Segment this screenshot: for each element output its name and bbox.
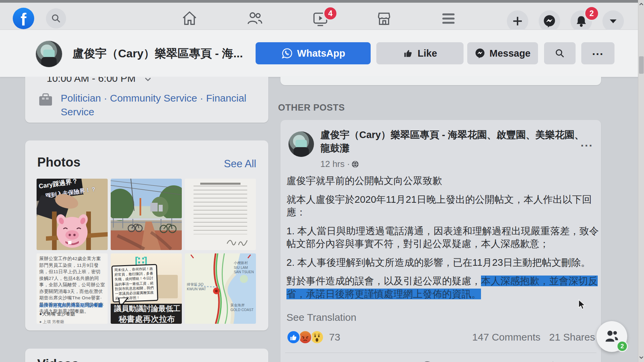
watch-badge: 4 bbox=[323, 6, 338, 21]
shares-count[interactable]: 21 Shares bbox=[549, 331, 595, 343]
whatsapp-button[interactable]: WhatsApp bbox=[256, 42, 371, 64]
hours-row[interactable]: 10:00 AM - 6:00 PM bbox=[47, 77, 248, 84]
create-plus-icon[interactable] bbox=[507, 10, 528, 32]
map-label-topright: 小欖新村 SIU LAM SAN TSUEN bbox=[234, 261, 255, 275]
page-search-button[interactable] bbox=[544, 42, 576, 64]
message-button[interactable]: Message bbox=[467, 42, 538, 64]
bell-badge: 2 bbox=[584, 6, 599, 21]
speech-bubble: 周末佳人，奈何作賦！政府官員，敷衍陳詞，多番失職，成何體統！今日討論的事項一最低… bbox=[111, 264, 158, 303]
photo-map[interactable]: 掃管笏 SO KWUN WAT 小欖新村 SIU LAM SAN TSUEN 黃… bbox=[185, 253, 256, 324]
chevron-down-icon bbox=[144, 77, 152, 83]
hours-text: 10:00 AM - 6:00 PM bbox=[47, 77, 136, 84]
article-headline: 染疫香港寬頻男傳染期到訪餐廳 bbox=[39, 302, 103, 308]
top-strip bbox=[0, 0, 644, 3]
article-footnote: ●大角嘴 金沙餐廳 bbox=[39, 311, 75, 317]
top-nav-bar: f 4 2 bbox=[0, 3, 644, 30]
category-links[interactable]: Politician · Community Service · Financi… bbox=[61, 92, 257, 119]
post-avatar[interactable] bbox=[288, 131, 314, 157]
post-author[interactable]: 盧俊宇（Cary）樂翠區專頁 - 海翠花園、啟豐園、美樂花園、龍鼓灘 bbox=[320, 128, 589, 155]
banner-line2: 秘書處再次拉布 bbox=[119, 314, 182, 324]
post-text-plain: 對於事件造成的誤會，以及引起公眾的疑慮， bbox=[286, 276, 481, 286]
map-label-bottomright: 黃金海岸 GOLD COAST bbox=[230, 303, 254, 312]
reactions-row: 73 147 Comments 21 Shares bbox=[286, 330, 595, 345]
messenger-icon[interactable] bbox=[539, 10, 560, 32]
videos-card: Videos bbox=[25, 349, 268, 362]
account-caret-icon[interactable] bbox=[602, 10, 624, 32]
floating-badge: 2 bbox=[616, 341, 628, 352]
photo-pig-cartoon[interactable]: Cary踩過界？ 踩到入去保險界！？ bbox=[37, 179, 108, 250]
facebook-logo[interactable]: f bbox=[13, 8, 34, 29]
mouse-cursor bbox=[578, 299, 588, 310]
message-label: Message bbox=[489, 48, 531, 59]
facebook-page: f 4 2 bbox=[0, 0, 644, 362]
other-posts-label: OTHER POSTS bbox=[278, 103, 345, 113]
notifications-bell-icon[interactable]: 2 bbox=[571, 10, 592, 32]
whatsapp-label: WhatsApp bbox=[297, 48, 345, 59]
scrollbar-thumb[interactable] bbox=[639, 56, 644, 74]
scrollbar-up-arrow[interactable] bbox=[639, 2, 644, 7]
photos-card: Photos See All Cary踩過界？ 踩到入去保險界！？ bbox=[25, 140, 268, 330]
menu-icon[interactable] bbox=[440, 11, 457, 26]
page-more-button[interactable]: ... bbox=[581, 42, 614, 64]
post-paragraph: 就本人盧俊宇於2020年11月21日晚上發出的公開帖文，本人作出以下回應： bbox=[286, 193, 603, 219]
home-icon[interactable] bbox=[181, 10, 198, 27]
post-menu-button[interactable]: ... bbox=[581, 136, 593, 149]
globe-icon bbox=[351, 160, 359, 168]
photos-see-all-link[interactable]: See All bbox=[224, 158, 256, 170]
comments-count[interactable]: 147 Comments bbox=[472, 331, 540, 343]
scrollbar[interactable] bbox=[638, 0, 644, 362]
scrolled-card-remnant bbox=[280, 76, 601, 85]
page-header-band: 盧俊宇（Cary）樂翠區專頁 - 海... WhatsApp Like Mess… bbox=[0, 30, 644, 77]
photo-news-article[interactable]: 展辦公室工作的42歲企業方案部門男員工染疫，11月9日發病，但11日早上仍上班，… bbox=[37, 253, 108, 324]
briefcase-icon bbox=[38, 93, 53, 107]
map-label-left: 掃管笏 SO KWUN WAT bbox=[187, 282, 210, 291]
post-card: 盧俊宇（Cary）樂翠區專頁 - 海翠花園、啟豐園、美樂花園、龍鼓灘 ... 1… bbox=[280, 120, 601, 362]
photo-street-scene[interactable] bbox=[111, 179, 182, 250]
search-icon[interactable] bbox=[46, 8, 66, 28]
like-button[interactable]: Like bbox=[376, 42, 464, 64]
post-meta: 12 hrs · bbox=[320, 159, 359, 169]
photos-title: Photos bbox=[37, 155, 80, 170]
post-like-action-icon[interactable] bbox=[328, 360, 341, 362]
photo-letter-document[interactable] bbox=[185, 179, 256, 250]
photo-council-banner[interactable]: [∷] 周末佳人，奈何作賦！政府官員，敷衍陳詞，多番失職，成何體統！今日討論的事… bbox=[111, 253, 182, 324]
see-translation-link[interactable]: See Translation bbox=[286, 312, 356, 323]
post-comment-action-icon[interactable] bbox=[421, 360, 434, 362]
reaction-count[interactable]: 73 bbox=[329, 331, 340, 343]
page-avatar[interactable] bbox=[36, 41, 62, 67]
post-time[interactable]: 12 hrs · bbox=[320, 159, 350, 169]
videos-title: Videos bbox=[37, 357, 79, 362]
post-paragraph: 1. 本人當日與助理透過電話溝通，因表達和理解過程出現嚴重落差，致令帖文部分內容… bbox=[286, 225, 603, 250]
post-share-action-icon[interactable] bbox=[545, 360, 559, 362]
post-paragraph-with-selection: 對於事件造成的誤會，以及引起公眾的疑慮，本人深感抱歉，並會深切反省，承諾日後將更… bbox=[286, 275, 603, 300]
post-paragraph: 2. 本人事後理解到帖文所造成的影響，已在11月23日主動把帖文刪除。 bbox=[286, 256, 603, 269]
post-paragraph: 盧俊宇就早前的公開帖文向公眾致歉 bbox=[286, 174, 603, 187]
friends-icon[interactable] bbox=[246, 10, 264, 27]
post-divider bbox=[285, 353, 596, 353]
like-label: Like bbox=[418, 48, 437, 59]
floating-people-button[interactable]: 2 bbox=[596, 321, 627, 352]
people-icon bbox=[604, 328, 620, 345]
about-card: 10:00 AM - 6:00 PM Politician · Communit… bbox=[25, 77, 268, 123]
marketplace-icon[interactable] bbox=[375, 10, 393, 27]
banner-line1: 議員動議討論最低工 bbox=[114, 304, 182, 314]
post-body: 盧俊宇就早前的公開帖文向公眾致歉 就本人盧俊宇於2020年11月21日晚上發出的… bbox=[286, 174, 603, 306]
scrollbar-down-arrow[interactable] bbox=[639, 355, 644, 360]
page-title[interactable]: 盧俊宇（Cary）樂翠區專頁 - 海... bbox=[72, 46, 247, 61]
watch-icon[interactable]: 4 bbox=[312, 10, 329, 27]
like-reaction-icon[interactable] bbox=[286, 330, 301, 344]
